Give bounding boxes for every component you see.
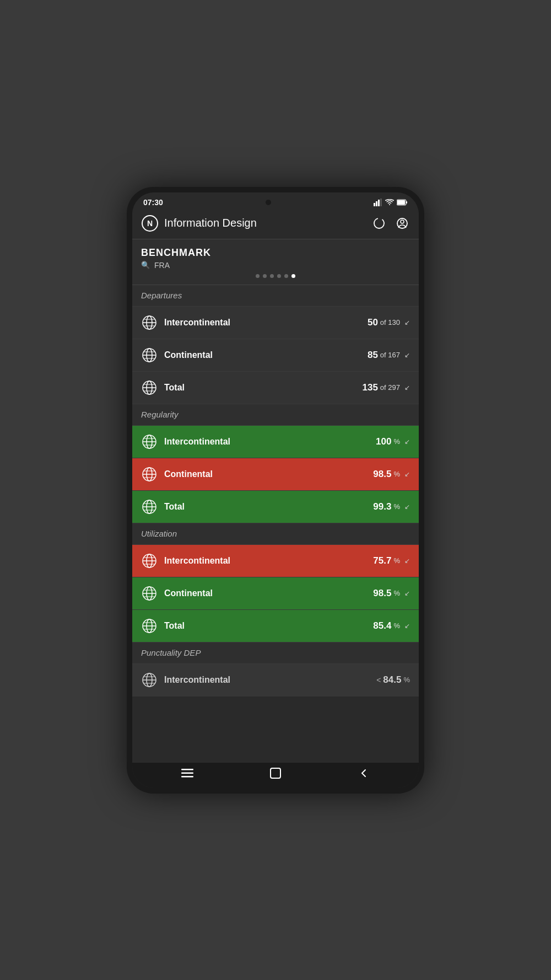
row-unit-1-2: % (393, 502, 400, 511)
section-header-2: Utilization (132, 523, 419, 545)
row-globe-icon (141, 466, 158, 483)
svg-rect-3 (380, 199, 382, 206)
data-row-0-0[interactable]: Intercontinental 50 of 130 ↙ (132, 307, 419, 339)
row-globe-icon (141, 553, 158, 569)
data-row-0-2[interactable]: Total 135 of 297 ↙ (132, 372, 419, 404)
data-row-2-1[interactable]: Continental 98.5 % ↙ (132, 577, 419, 610)
profile-icon (396, 217, 408, 229)
data-row-3-0[interactable]: Intercontinental < 84.5 % (132, 664, 419, 697)
header-action-icons (371, 216, 410, 231)
refresh-button[interactable] (371, 216, 387, 231)
row-globe-icon (141, 379, 158, 396)
app-header: N Information Design (132, 210, 419, 239)
svg-rect-64 (181, 776, 193, 778)
row-main-val-2-2: 85.4 (373, 620, 391, 631)
row-label-0-0: Intercontinental (164, 318, 368, 328)
row-main-val-3-0: 84.5 (383, 674, 401, 686)
row-value-3-0: < 84.5 % (376, 674, 410, 686)
search-icon: 🔍 (141, 261, 150, 269)
row-value-2-0: 75.7 % ↙ (373, 555, 410, 566)
svg-rect-5 (397, 200, 405, 205)
svg-text:N: N (147, 219, 153, 228)
row-label-2-1: Continental (164, 588, 373, 598)
dot-5[interactable] (284, 274, 288, 278)
expand-icon: ↙ (404, 384, 410, 392)
row-value-2-2: 85.4 % ↙ (373, 620, 410, 631)
row-label-1-2: Total (164, 502, 373, 512)
nav-menu-button[interactable] (181, 769, 193, 780)
profile-button[interactable] (395, 216, 410, 231)
row-globe-icon (141, 585, 158, 602)
row-unit-1-0: % (393, 437, 400, 446)
svg-rect-1 (376, 201, 377, 206)
benchmark-section: BENCHMARK 🔍 FRA (132, 239, 419, 285)
row-globe-icon (141, 672, 158, 688)
home-icon (269, 767, 282, 779)
svg-rect-65 (271, 768, 280, 778)
battery-icon (397, 199, 408, 206)
row-value-1-1: 98.5 % ↙ (373, 469, 410, 480)
benchmark-title: BENCHMARK (141, 247, 410, 259)
phone-frame: 07:30 (127, 187, 424, 794)
expand-icon: ↙ (404, 351, 410, 359)
svg-rect-62 (181, 769, 193, 770)
row-label-1-0: Intercontinental (164, 437, 376, 447)
section-header-text-1: Regularity (141, 410, 179, 419)
expand-icon: ↙ (404, 557, 410, 565)
svg-rect-6 (406, 201, 407, 204)
hamburger-icon (181, 769, 193, 778)
data-row-1-0[interactable]: Intercontinental 100 % ↙ (132, 426, 419, 458)
row-main-val-1-2: 99.3 (373, 501, 391, 512)
pagination-dots (141, 274, 410, 279)
nav-back-button[interactable] (358, 767, 370, 781)
expand-icon: ↙ (404, 622, 410, 630)
data-row-1-2[interactable]: Total 99.3 % ↙ (132, 491, 419, 523)
row-label-3-0: Intercontinental (164, 675, 376, 685)
signal-icon (374, 199, 382, 206)
svg-point-11 (401, 220, 404, 223)
dot-1[interactable] (256, 274, 260, 278)
app-logo: N (141, 215, 159, 232)
data-row-0-1[interactable]: Continental 85 of 167 ↙ (132, 339, 419, 372)
dot-6-active[interactable] (291, 274, 295, 278)
expand-icon: ↙ (404, 503, 410, 511)
row-globe-icon (141, 499, 158, 515)
expand-icon: ↙ (404, 590, 410, 597)
nav-home-button[interactable] (269, 767, 282, 781)
svg-rect-2 (378, 200, 380, 206)
row-globe-icon (141, 347, 158, 363)
row-unit-3-0: % (403, 676, 410, 684)
row-unit-0-1: of 167 (380, 351, 400, 359)
row-label-0-1: Continental (164, 350, 368, 360)
row-value-0-0: 50 of 130 ↙ (368, 317, 410, 328)
row-unit-1-1: % (393, 470, 400, 478)
data-row-2-0[interactable]: Intercontinental 75.7 % ↙ (132, 545, 419, 577)
expand-icon: ↙ (404, 319, 410, 326)
data-row-2-2[interactable]: Total 85.4 % ↙ (132, 610, 419, 642)
dot-3[interactable] (270, 274, 274, 278)
section-header-text-3: Punctuality DEP (141, 648, 201, 657)
row-unit-2-2: % (393, 622, 400, 630)
dot-4[interactable] (277, 274, 281, 278)
row-value-0-1: 85 of 167 ↙ (368, 350, 410, 361)
row-main-val-2-0: 75.7 (373, 555, 391, 566)
benchmark-filter-value: FRA (154, 261, 170, 270)
data-row-1-1[interactable]: Continental 98.5 % ↙ (132, 458, 419, 491)
section-header-text-0: Departures (141, 291, 182, 300)
dot-2[interactable] (263, 274, 267, 278)
row-unit-0-0: of 130 (380, 318, 400, 326)
content-scroll[interactable]: Departures Intercontinental 50 of 130 ↙ … (132, 285, 419, 763)
row-value-0-2: 135 of 297 ↙ (362, 382, 410, 393)
status-time: 07:30 (143, 198, 163, 207)
svg-rect-0 (374, 203, 375, 206)
row-label-2-2: Total (164, 621, 373, 631)
camera-notch (266, 200, 271, 205)
expand-icon: ↙ (404, 438, 410, 446)
row-unit-2-1: % (393, 589, 400, 597)
row-label-1-1: Continental (164, 469, 373, 479)
status-icons (374, 199, 408, 206)
row-label-0-2: Total (164, 383, 362, 393)
row-main-val-2-1: 98.5 (373, 588, 391, 599)
row-globe-icon (141, 618, 158, 634)
refresh-icon (373, 217, 385, 229)
